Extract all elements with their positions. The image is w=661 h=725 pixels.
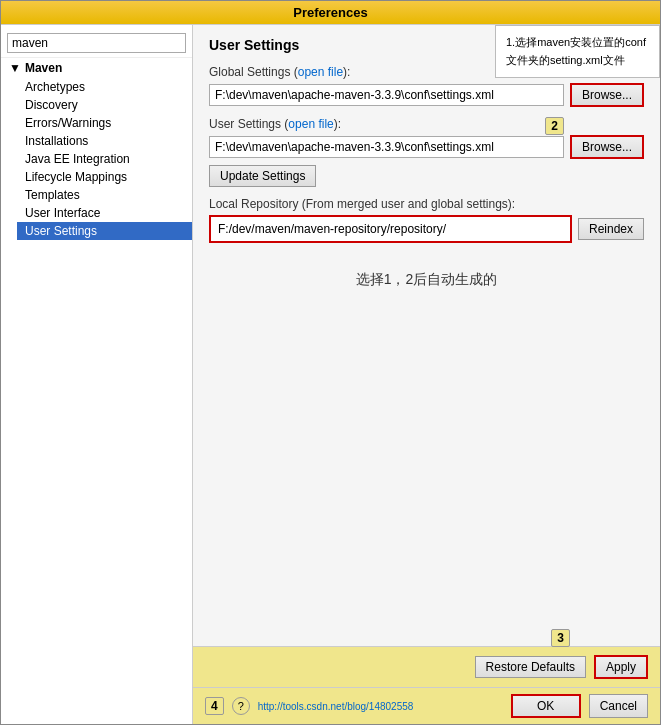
footer-bar: 4 ? http://tools.csdn.net/blog/14802558 … (193, 687, 660, 724)
content-area: ▼ Maven Archetypes Discovery Errors/Warn… (1, 25, 660, 724)
restore-defaults-button[interactable]: Restore Defaults (475, 656, 586, 678)
search-row (1, 29, 192, 58)
center-annotation: 选择1，2后自动生成的 (209, 263, 644, 297)
user-settings-browse-button[interactable]: Browse... (570, 135, 644, 159)
sidebar-item-templates[interactable]: Templates (17, 186, 192, 204)
window-title: Preferences (293, 5, 367, 20)
update-settings-button[interactable]: Update Settings (209, 165, 316, 187)
ok-button[interactable]: OK (511, 694, 581, 718)
sidebar-item-lifecycle[interactable]: Lifecycle Mappings (17, 168, 192, 186)
sidebar-item-user-settings[interactable]: User Settings (17, 222, 192, 240)
apply-button[interactable]: Apply (594, 655, 648, 679)
sidebar-item-discovery[interactable]: Discovery (17, 96, 192, 114)
preferences-window: Preferences ▼ Maven Archetypes Discovery (0, 0, 661, 725)
user-settings-field[interactable] (209, 136, 564, 158)
global-settings-field[interactable] (209, 84, 564, 106)
help-icon[interactable]: ? (232, 697, 250, 715)
global-settings-browse-button[interactable]: Browse... (570, 83, 644, 107)
bottom-bar: 3 Restore Defaults Apply (193, 646, 660, 687)
search-input[interactable] (7, 33, 186, 53)
badge-4: 4 (205, 697, 224, 715)
sidebar-item-installations[interactable]: Installations (17, 132, 192, 150)
expand-icon: ▼ (9, 61, 21, 75)
badge-3: 3 (551, 629, 570, 647)
main-wrapper: 1.选择maven安装位置的conf文件夹的setting.xml文件 User… (193, 25, 660, 724)
sidebar: ▼ Maven Archetypes Discovery Errors/Warn… (1, 25, 193, 724)
sidebar-item-maven[interactable]: ▼ Maven (1, 58, 192, 78)
user-settings-label: User Settings (open file): (209, 117, 644, 131)
global-settings-link[interactable]: open file (298, 65, 343, 79)
global-settings-input-row: Browse... (209, 83, 644, 107)
cancel-button[interactable]: Cancel (589, 694, 648, 718)
title-bar: Preferences (1, 1, 660, 25)
sidebar-children: Archetypes Discovery Errors/Warnings Ins… (17, 78, 192, 240)
local-repo-label: Local Repository (From merged user and g… (209, 197, 644, 211)
local-repo-field[interactable] (213, 219, 568, 239)
local-repo-input-row (209, 215, 572, 243)
sidebar-item-archetypes[interactable]: Archetypes (17, 78, 192, 96)
local-repo-section: Local Repository (From merged user and g… (209, 197, 644, 243)
main-panel: User Settings Global Settings (open file… (193, 25, 660, 646)
badge-2: 2 (545, 117, 564, 135)
status-url: http://tools.csdn.net/blog/14802558 (258, 701, 414, 712)
user-settings-link[interactable]: open file (288, 117, 333, 131)
reindex-button[interactable]: Reindex (578, 218, 644, 240)
user-settings-row: User Settings (open file): 2 Browse... U… (209, 117, 644, 187)
user-settings-input-row: 2 Browse... (209, 135, 644, 159)
sidebar-item-user-interface[interactable]: User Interface (17, 204, 192, 222)
sidebar-item-java-ee[interactable]: Java EE Integration (17, 150, 192, 168)
tooltip-annotation: 1.选择maven安装位置的conf文件夹的setting.xml文件 (495, 25, 660, 78)
sidebar-item-errors-warnings[interactable]: Errors/Warnings (17, 114, 192, 132)
